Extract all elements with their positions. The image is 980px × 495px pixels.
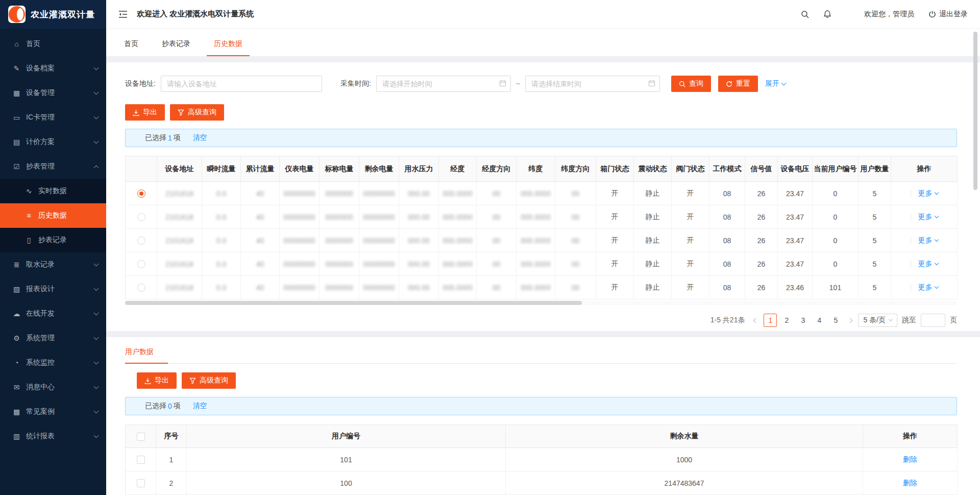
cell-longitude_dir-value: 00 (493, 260, 501, 268)
sidebar-item-realtime-data[interactable]: ∿实时数据 (0, 179, 106, 203)
page-size-select[interactable]: 5 条/页 (858, 314, 897, 327)
reset-button[interactable]: 重置 (718, 76, 758, 92)
horizontal-scrollbar-thumb[interactable] (125, 301, 582, 305)
delete-link[interactable]: 删除 (903, 479, 917, 487)
sidebar-item-meter-reading-records[interactable]: ▯抄表记录 (0, 228, 106, 252)
cell-water_pressure-value: 000.00 (408, 237, 430, 245)
cell-latitude_dir-value: 00 (572, 237, 580, 245)
tab-user-data[interactable]: 用户数据 (125, 345, 154, 363)
more-action-link[interactable]: 更多 (918, 260, 938, 269)
sidebar-item-online-dev[interactable]: ☁在线开发 (0, 301, 106, 326)
user-col-header-1: 用户编号 (187, 425, 506, 448)
sidebar-item-label: 消息中心 (26, 383, 94, 392)
row-radio[interactable] (137, 284, 145, 292)
sidebar-item-label: 系统监控 (26, 358, 94, 367)
user-table: 序号用户编号剩余水量操作 11011000删除21002147483647删除 (125, 425, 958, 495)
page-button-5[interactable]: 5 (829, 314, 842, 327)
end-time-picker[interactable] (525, 76, 660, 92)
more-label: 更多 (918, 189, 933, 198)
chevron-down-icon (94, 359, 99, 364)
cell-door_status: 开 (596, 182, 634, 205)
end-time-input[interactable] (525, 76, 660, 92)
cell-longitude-value: 000.0000 (443, 237, 472, 245)
notification-bell-icon[interactable] (823, 10, 831, 18)
cell-longitude_dir: 00 (477, 229, 517, 252)
more-action-link[interactable]: 更多 (918, 189, 938, 198)
search-button[interactable]: 查询 (671, 76, 711, 92)
sidebar-item-system-monitor[interactable]: ◔系统监控 (0, 350, 106, 375)
more-action-link[interactable]: 更多 (918, 236, 938, 245)
cell-work_mode-value: 08 (723, 237, 731, 245)
row-radio[interactable] (137, 190, 145, 198)
page-scrollbar-thumb[interactable] (973, 32, 977, 190)
device-select-cell (126, 205, 157, 229)
sidebar-item-message-center[interactable]: ✉消息中心 (0, 375, 106, 399)
cell-latitude-value: 000.0000 (521, 260, 550, 268)
cell-water_pressure-value: 000.00 (408, 213, 430, 221)
cell-latitude_dir-value: 00 (572, 260, 580, 268)
jump-to-input[interactable] (921, 314, 945, 327)
page-unit-label: 页 (950, 316, 957, 325)
sidebar-item-system-management[interactable]: ⚙系统管理 (0, 326, 106, 350)
cell-instant_flow: 0.0 (202, 205, 241, 229)
start-time-picker[interactable] (376, 76, 511, 92)
cell-instant_flow: 0.0 (202, 252, 241, 276)
more-action-link[interactable]: 更多 (918, 213, 938, 222)
start-time-input[interactable] (376, 76, 511, 92)
brand[interactable]: 农业灌溉双计量 (0, 0, 106, 29)
select-all-checkbox[interactable] (137, 433, 145, 441)
cell-user_count: 5 (859, 276, 891, 299)
cell-meter_energy: 00000000 (280, 229, 320, 252)
page-button-3[interactable]: 3 (796, 314, 810, 327)
more-action-link[interactable]: 更多 (918, 283, 938, 292)
search-icon[interactable] (801, 10, 809, 18)
sidebar-item-label: 计价方案 (26, 137, 94, 147)
sidebar-collapse-icon[interactable] (118, 11, 128, 18)
next-page-button[interactable] (847, 319, 853, 322)
tab-1[interactable]: 抄表记录 (162, 39, 190, 56)
sidebar-item-history-data[interactable]: ≡历史数据 (0, 203, 106, 228)
expand-filters-link[interactable]: 展开 (765, 79, 786, 88)
page-button-2[interactable]: 2 (780, 314, 793, 327)
row-checkbox[interactable] (137, 479, 145, 487)
cell-rated_energy-value: 0000000 (325, 237, 353, 245)
logout-button[interactable]: 退出登录 (928, 10, 968, 19)
cell-latitude: 000.0000 (517, 229, 555, 252)
user-table-head-row: 序号用户编号剩余水量操作 (126, 425, 958, 448)
sidebar-item-statistics-report[interactable]: ▥统计报表 (0, 424, 106, 449)
sidebar-item-device-archive[interactable]: ✎设备档案 (0, 56, 106, 81)
device-address-input[interactable] (161, 76, 322, 92)
row-radio[interactable] (137, 237, 145, 245)
sidebar-item-report-design[interactable]: ▧报表设计 (0, 277, 106, 301)
sidebar-item-common-cases[interactable]: ▩常见案例 (0, 399, 106, 424)
sidebar-item-ic-card-management[interactable]: ▭IC卡管理 (0, 105, 106, 130)
prev-page-button[interactable] (752, 319, 759, 322)
cell-cumulative_flow-value: 40 (256, 213, 264, 221)
delete-link[interactable]: 删除 (903, 455, 917, 463)
device-select-cell (126, 276, 157, 299)
row-checkbox[interactable] (137, 456, 145, 464)
cell-water_pressure: 000.00 (399, 182, 439, 205)
sidebar-item-water-intake-records[interactable]: ≣取水记录 (0, 252, 106, 277)
sidebar-item-device-management[interactable]: ▦设备管理 (0, 81, 106, 105)
chevron-down-icon (94, 138, 99, 144)
tab-2[interactable]: 历史数据 (214, 39, 242, 56)
page-button-4[interactable]: 4 (813, 314, 826, 327)
export-button[interactable]: 导出 (125, 104, 165, 121)
tab-0[interactable]: 首页 (124, 39, 138, 56)
chevron-down-icon (889, 317, 893, 321)
user-advanced-query-button[interactable]: 高级查询 (182, 372, 236, 389)
clear-selection-link[interactable]: 清空 (193, 402, 207, 411)
page-button-1[interactable]: 1 (764, 314, 777, 327)
cell-voltage-value: 23.47 (786, 190, 804, 198)
cell-signal-value: 26 (757, 190, 766, 198)
user-export-button[interactable]: 导出 (137, 372, 177, 389)
clear-selection-link[interactable]: 清空 (193, 133, 207, 143)
row-radio[interactable] (137, 213, 145, 221)
cell-seq: 1 (156, 448, 187, 472)
sidebar-item-home[interactable]: ⌂首页 (0, 32, 106, 56)
sidebar-item-pricing-plan[interactable]: ▤计价方案 (0, 130, 106, 154)
sidebar-item-meter-reading-management[interactable]: ☑抄表管理 (0, 154, 106, 179)
advanced-query-button[interactable]: 高级查询 (170, 104, 224, 121)
row-radio[interactable] (137, 260, 145, 268)
